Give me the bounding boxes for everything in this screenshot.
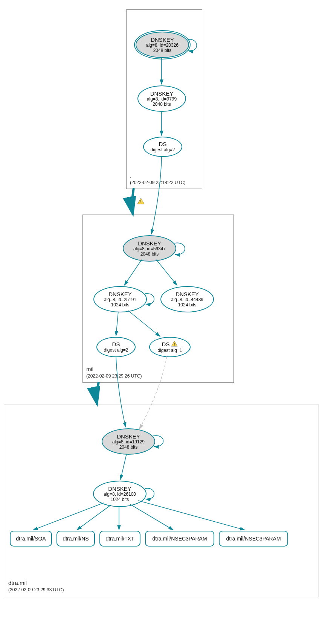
node-sub: alg=8, id=19129	[112, 440, 145, 445]
mil-ksk: DNSKEY alg=8, id=56347 2048 bits	[123, 235, 176, 262]
rr-nsec3param-1: dtra.mil/NSEC3PARAM	[145, 531, 214, 547]
svg-text:!: !	[140, 199, 142, 204]
rr-label: dtra.mil/NSEC3PARAM	[226, 536, 281, 542]
svg-text:!: !	[174, 342, 175, 346]
node-sub: digest alg=2	[150, 148, 175, 153]
root-ksk: DNSKEY alg=8, id=20326 2048 bits	[136, 32, 189, 58]
node-title: DNSKEY	[138, 240, 161, 247]
node-sub: alg=8, id=25191	[104, 297, 136, 303]
mil-ds-1: DS digest alg=2	[96, 337, 136, 357]
node-title: DNSKEY	[117, 433, 140, 440]
node-sub: alg=8, id=26100	[104, 492, 136, 497]
zone-dtra-name: dtra.mil	[8, 580, 27, 586]
root-zsk: DNSKEY alg=8, id=9799 2048 bits	[137, 85, 186, 112]
node-sub2: 1024 bits	[111, 303, 130, 308]
node-sub: alg=8, id=20326	[146, 43, 179, 48]
zone-mil-name: mil	[86, 366, 93, 372]
mil-zsk1: DNSKEY alg=8, id=25191 1024 bits	[93, 286, 147, 312]
node-title: DNSKEY	[108, 291, 132, 297]
node-sub: alg=8, id=56347	[133, 247, 166, 252]
rr-soa: dtra.mil/SOA	[10, 531, 52, 547]
rr-label: dtra.mil/NS	[63, 536, 89, 542]
node-title: DNSKEY	[175, 291, 199, 297]
warning-icon: !	[137, 198, 145, 204]
dtra-ksk: DNSKEY alg=8, id=19129 2048 bits	[102, 428, 155, 455]
node-title: DNSKEY	[150, 90, 174, 97]
rr-label: dtra.mil/NSEC3PARAM	[152, 536, 207, 542]
rr-label: dtra.mil/SOA	[16, 536, 46, 542]
node-title: DS	[159, 141, 167, 147]
zone-mil-timestamp: (2022-02-09 23:29:26 UTC)	[86, 373, 142, 379]
zone-root-timestamp: (2022-02-09 22:18:22 UTC)	[130, 180, 185, 185]
node-title: DNSKEY	[151, 37, 174, 43]
node-sub2: 2048 bits	[153, 48, 172, 53]
node-sub2: 2048 bits	[140, 252, 159, 257]
zone-dtra	[4, 405, 319, 597]
rr-txt: dtra.mil/TXT	[99, 531, 140, 547]
dtra-zsk: DNSKEY alg=8, id=26100 1024 bits	[93, 481, 147, 507]
zone-root-name: .	[130, 172, 131, 179]
node-title: DS	[162, 341, 170, 347]
node-sub: digest alg=1	[157, 348, 182, 353]
root-ds: DS digest alg=2	[143, 137, 182, 157]
node-sub: alg=8, id=44439	[171, 297, 203, 303]
mil-ds-2: DS ! digest alg=1	[149, 337, 191, 357]
mil-zsk2: DNSKEY alg=8, id=44439 1024 bits	[160, 286, 214, 312]
zone-dtra-timestamp: (2022-02-09 23:29:33 UTC)	[8, 587, 64, 592]
node-sub2: 1024 bits	[111, 497, 129, 502]
rr-nsec3param-2: dtra.mil/NSEC3PARAM	[219, 531, 288, 547]
node-sub2: 2048 bits	[119, 445, 138, 450]
node-sub: alg=8, id=9799	[147, 97, 177, 102]
rr-ns: dtra.mil/NS	[56, 531, 95, 547]
node-sub2: 2048 bits	[153, 102, 171, 107]
node-title: DNSKEY	[108, 486, 131, 492]
node-sub: digest alg=2	[104, 348, 128, 353]
node-title: DS	[112, 341, 120, 347]
rr-label: dtra.mil/TXT	[105, 536, 134, 542]
node-sub2: 1024 bits	[178, 303, 197, 308]
warning-icon: !	[171, 341, 178, 348]
